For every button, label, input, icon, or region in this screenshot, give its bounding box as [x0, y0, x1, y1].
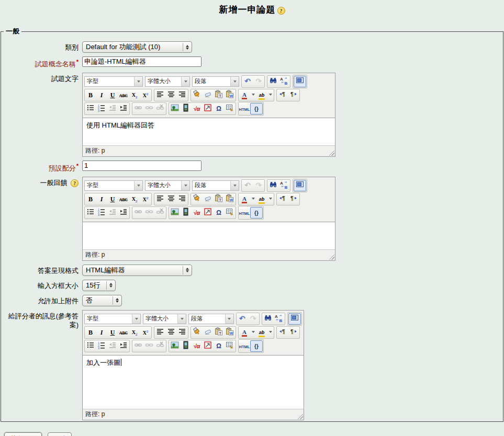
editor-text-color-button[interactable]: A [239, 194, 250, 204]
editor-color-dropdown-button[interactable] [250, 90, 256, 100]
editor-indent-button[interactable] [118, 208, 129, 218]
editor-nonbreaking-space-button[interactable] [203, 208, 213, 218]
editor-fullscreen-button[interactable] [294, 76, 306, 87]
editor-undo-button[interactable]: ↶ [242, 76, 253, 87]
font-family-select[interactable]: 字型 [84, 314, 141, 324]
resize-handle[interactable] [328, 149, 334, 156]
editor-highlight-dropdown-button[interactable] [267, 194, 273, 204]
editor-toggle-tags-button[interactable]: {} [250, 207, 263, 219]
editor-text-color-button[interactable]: A [239, 327, 250, 338]
editor-insert-table-button[interactable] [225, 208, 235, 218]
editor-align-left-button[interactable] [155, 90, 165, 100]
editor-find-button[interactable] [268, 76, 278, 87]
editor-subscript-button[interactable]: X2 [129, 194, 140, 204]
editor-dir-rtl-button[interactable]: ¶ [288, 90, 299, 100]
editor-align-right-button[interactable] [177, 194, 187, 204]
editor-dir-ltr-button[interactable]: ¶ [277, 194, 288, 204]
resize-handle[interactable] [328, 253, 334, 260]
editor-undo-button[interactable]: ↶ [237, 314, 248, 324]
editor-cleanup-button[interactable] [203, 327, 213, 338]
editor-insert-image-button[interactable] [170, 341, 180, 351]
editor-paste-word-button[interactable]: W [225, 90, 235, 100]
editor-insert-media-button[interactable] [181, 341, 191, 351]
editor-cleanup-button[interactable] [203, 90, 213, 100]
editor-highlight-color-button[interactable]: ab [256, 90, 267, 100]
save-button[interactable]: 儲存更改 [4, 432, 42, 436]
editor-highlight-dropdown-button[interactable] [267, 90, 273, 100]
editor-insert-table-button[interactable] [225, 104, 235, 114]
editor-equation-button[interactable]: √α [192, 104, 202, 114]
editor-superscript-button[interactable]: X2 [140, 194, 151, 204]
editor-superscript-button[interactable]: X2 [140, 90, 151, 100]
paragraph-format-select[interactable]: 段落 [192, 180, 239, 191]
input-box-size-select[interactable]: 15行 [82, 280, 116, 291]
editor-format-painter-button[interactable] [192, 327, 202, 338]
category-select[interactable]: Default for 功能測試 (10) [82, 41, 192, 53]
editor-find-button[interactable] [268, 180, 278, 191]
editor-nonbreaking-space-button[interactable] [203, 341, 213, 351]
editor-subscript-button[interactable]: X2 [129, 90, 140, 100]
editor-special-character-button[interactable]: Ω [214, 208, 224, 218]
editor-color-dropdown-button[interactable] [250, 327, 256, 338]
editor-insert-media-button[interactable] [181, 208, 191, 218]
editor-align-right-button[interactable] [177, 90, 187, 100]
editor-special-character-button[interactable]: Ω [214, 341, 224, 351]
editor-paste-word-button[interactable]: W [225, 327, 235, 338]
editor-paste-word-button[interactable]: W [225, 194, 235, 204]
editor-insert-media-button[interactable] [181, 104, 191, 114]
editor-align-center-button[interactable] [166, 90, 176, 100]
editor-subscript-button[interactable]: X2 [129, 327, 140, 338]
font-size-select[interactable]: 字體大小 [145, 180, 190, 191]
editor-nonbreaking-space-button[interactable] [203, 104, 213, 114]
editor-bold-button[interactable]: B [85, 194, 96, 204]
editor-bold-button[interactable]: B [85, 327, 96, 338]
editor-underline-button[interactable]: U [107, 90, 118, 100]
editor-equation-button[interactable]: √α [192, 208, 202, 218]
editor-indent-button[interactable] [118, 341, 129, 351]
editor-toggle-tags-button[interactable]: {} [250, 340, 263, 352]
editor-special-character-button[interactable]: Ω [214, 104, 224, 114]
editor-dir-rtl-button[interactable]: ¶ [288, 194, 299, 204]
editor-align-center-button[interactable] [166, 327, 176, 338]
editor-equation-button[interactable]: √α [192, 341, 202, 351]
response-format-select[interactable]: HTML編輯器 [82, 265, 192, 276]
editor-bullet-list-button[interactable] [85, 208, 96, 218]
editor-numbered-list-button[interactable]: 123 [96, 104, 107, 114]
editor-bold-button[interactable]: B [85, 90, 96, 100]
editor-fullscreen-button[interactable] [288, 313, 301, 325]
font-family-select[interactable]: 字型 [84, 76, 143, 87]
editor-toggle-tags-button[interactable]: {} [250, 103, 263, 114]
editor-strikethrough-button[interactable]: ABC [118, 327, 129, 338]
editor-find-button[interactable] [263, 314, 273, 324]
editor-content-area[interactable]: 加入一張圖 [83, 355, 304, 409]
editor-cleanup-button[interactable] [203, 194, 213, 204]
editor-italic-button[interactable]: I [96, 327, 107, 338]
editor-paste-text-button[interactable]: T [214, 194, 224, 204]
paragraph-format-select[interactable]: 段落 [188, 314, 234, 324]
editor-dir-ltr-button[interactable]: ¶ [277, 327, 288, 338]
editor-dir-ltr-button[interactable]: ¶ [277, 90, 288, 100]
editor-underline-button[interactable]: U [107, 327, 118, 338]
editor-strikethrough-button[interactable]: ABC [118, 194, 129, 204]
editor-align-right-button[interactable] [177, 327, 187, 338]
editor-italic-button[interactable]: I [96, 90, 107, 100]
editor-bullet-list-button[interactable] [85, 341, 96, 351]
editor-highlight-color-button[interactable]: ab [256, 327, 267, 338]
editor-replace-button[interactable]: AB [279, 180, 289, 191]
editor-insert-table-button[interactable] [225, 341, 235, 351]
paragraph-format-select[interactable]: 段落 [192, 76, 239, 87]
editor-numbered-list-button[interactable]: 123 [96, 208, 107, 218]
default-mark-input[interactable] [82, 160, 201, 171]
editor-replace-button[interactable]: AB [274, 314, 284, 324]
editor-strikethrough-button[interactable]: ABC [118, 90, 129, 100]
editor-text-color-button[interactable]: A [239, 90, 250, 100]
editor-superscript-button[interactable]: X2 [140, 327, 151, 338]
editor-align-left-button[interactable] [155, 194, 165, 204]
allow-attachments-select[interactable]: 否 [82, 295, 122, 306]
editor-insert-image-button[interactable] [170, 104, 180, 114]
editor-underline-button[interactable]: U [107, 194, 118, 204]
editor-dir-rtl-button[interactable]: ¶ [288, 327, 299, 338]
editor-format-painter-button[interactable] [192, 194, 202, 204]
resize-handle[interactable] [296, 412, 303, 419]
title-help-icon[interactable]: ? [277, 7, 285, 15]
